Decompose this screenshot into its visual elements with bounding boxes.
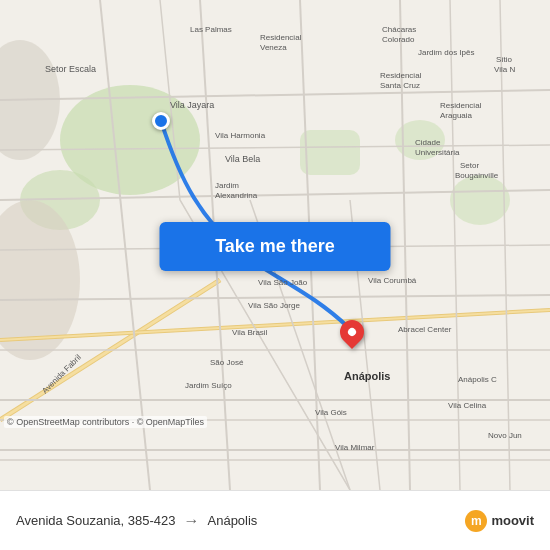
origin-pin: [152, 112, 170, 130]
svg-text:Jardim Suíço: Jardim Suíço: [185, 381, 232, 390]
map-container: Setor Escala Las Palmas Residencial Vene…: [0, 0, 550, 490]
svg-point-3: [450, 175, 510, 225]
svg-text:Bougainville: Bougainville: [455, 171, 499, 180]
map-attribution: © OpenStreetMap contributors · © OpenMap…: [4, 416, 207, 428]
svg-text:Alexandrina: Alexandrina: [215, 191, 258, 200]
svg-text:Setor Escala: Setor Escala: [45, 64, 96, 74]
svg-text:Cidade: Cidade: [415, 138, 441, 147]
svg-text:Las Palmas: Las Palmas: [190, 25, 232, 34]
route-info: Avenida Souzania, 385-423 → Anápolis: [16, 512, 465, 530]
destination-label: Anápolis: [208, 513, 258, 528]
svg-text:Vila Corumbá: Vila Corumbá: [368, 276, 417, 285]
svg-text:Vila Jayara: Vila Jayara: [170, 100, 214, 110]
svg-text:Araguaia: Araguaia: [440, 111, 473, 120]
moovit-icon: m: [465, 510, 487, 532]
svg-text:Jardim dos Ipês: Jardim dos Ipês: [418, 48, 474, 57]
svg-text:Jardim: Jardim: [215, 181, 239, 190]
route-arrow-icon: →: [184, 512, 200, 530]
svg-text:Abracel Center: Abracel Center: [398, 325, 452, 334]
svg-text:Vila Harmonia: Vila Harmonia: [215, 131, 266, 140]
svg-rect-5: [300, 130, 360, 175]
svg-text:Sítio: Sítio: [496, 55, 513, 64]
svg-text:Vila Brasil: Vila Brasil: [232, 328, 268, 337]
svg-text:Veneza: Veneza: [260, 43, 287, 52]
svg-text:Vila Bela: Vila Bela: [225, 154, 260, 164]
svg-text:Vila São João: Vila São João: [258, 278, 308, 287]
moovit-brand-name: moovit: [491, 513, 534, 528]
svg-text:Vila Góis: Vila Góis: [315, 408, 347, 417]
svg-text:Chácaras: Chácaras: [382, 25, 416, 34]
svg-text:Residencial: Residencial: [380, 71, 422, 80]
svg-text:Santa Cruz: Santa Cruz: [380, 81, 420, 90]
svg-text:Novo Jun: Novo Jun: [488, 431, 522, 440]
svg-text:Vila N: Vila N: [494, 65, 515, 74]
bottom-bar: Avenida Souzania, 385-423 → Anápolis m m…: [0, 490, 550, 550]
svg-text:Anápolis C: Anápolis C: [458, 375, 497, 384]
svg-text:Setor: Setor: [460, 161, 479, 170]
svg-text:São José: São José: [210, 358, 244, 367]
svg-text:Residencial: Residencial: [260, 33, 302, 42]
svg-text:Anápolis: Anápolis: [344, 370, 390, 382]
origin-label: Avenida Souzania, 385-423: [16, 513, 176, 528]
svg-text:Colorado: Colorado: [382, 35, 415, 44]
take-me-there-button[interactable]: Take me there: [160, 222, 391, 271]
svg-text:Vila Milmar: Vila Milmar: [335, 443, 375, 452]
svg-text:Vila São Jorge: Vila São Jorge: [248, 301, 300, 310]
svg-text:Vila Celina: Vila Celina: [448, 401, 487, 410]
svg-text:Residencial: Residencial: [440, 101, 482, 110]
destination-pin: [340, 320, 364, 356]
svg-text:Universitária: Universitária: [415, 148, 460, 157]
moovit-logo: m moovit: [465, 510, 534, 532]
